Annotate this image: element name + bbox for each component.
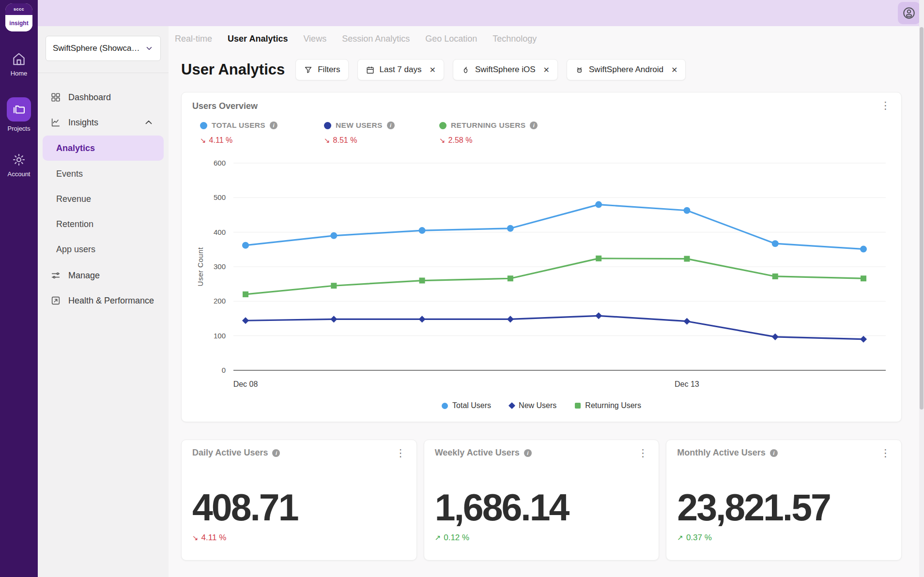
rail-item-projects[interactable]: Projects [7,97,31,132]
kebab-menu-icon[interactable]: ⋮ [878,446,893,460]
kpi-delta-value: 0.12 % [444,533,469,543]
filter-chip-ios-app[interactable]: SwiftSphere iOS ✕ [453,59,558,80]
rail-item-label: Account [8,170,31,178]
info-icon[interactable]: i [770,449,778,457]
overview-stats: TOTAL USERS i ↘ 4.11 % NEW USERS i ↘ 8.5… [192,121,891,145]
remove-filter-icon[interactable]: ✕ [429,65,435,75]
info-icon[interactable]: i [387,121,395,129]
tab-geo-location[interactable]: Geo Location [425,34,477,44]
svg-text:User Count: User Count [196,247,204,286]
topbar [38,0,924,26]
kpi-card-daily-active-users: Daily Active Users i ⋮ 408.71 ↘ 4.11 % [181,440,417,561]
sidebar-divider [38,73,169,73]
calendar-icon [366,65,375,75]
svg-text:400: 400 [214,228,226,236]
gear-icon [12,152,26,167]
circle-marker-icon [442,403,448,409]
sidebar-item-manage[interactable]: Manage [38,263,169,288]
sidebar-item-label: Retention [56,219,93,229]
rail-item-account[interactable]: Account [8,152,31,178]
scrollbar-thumb[interactable] [920,27,924,410]
total-users-dot-icon [200,122,207,129]
chevron-up-icon [143,117,154,128]
kpi-delta: ↗ 0.37 % [677,533,891,543]
android-icon [575,65,584,75]
sidebar-item-label: Analytics [56,143,95,153]
project-selector[interactable]: SwiftSphere (Showca… [46,36,161,61]
kebab-menu-icon[interactable]: ⋮ [635,446,651,460]
kpi-value: 1,686.14 [435,486,648,529]
tab-user-analytics[interactable]: User Analytics [228,34,288,44]
tab-views[interactable]: Views [303,34,326,44]
sidebar-item-dashboard[interactable]: Dashboard [38,85,169,110]
chart-legend: Total UsersNew UsersReturning Users [192,401,891,410]
stat-delta: ↘ 2.58 % [439,136,563,145]
info-icon[interactable]: i [272,449,280,457]
stat-delta: ↘ 4.11 % [200,136,324,145]
sidebar-item-insights[interactable]: Insights [38,110,169,135]
info-icon[interactable]: i [524,449,532,457]
rail-item-home[interactable]: Home [11,52,28,77]
info-icon[interactable]: i [530,121,538,129]
main-content: Real-time User Analytics Views Session A… [169,26,919,577]
app-logo[interactable]: sccc insight [5,3,32,31]
user-avatar-icon [902,6,916,20]
tab-technology[interactable]: Technology [493,34,537,44]
legend-label: Returning Users [585,401,641,410]
sidebar-item-health-performance[interactable]: Health & Performance [38,288,169,313]
stat-delta-value: 8.51 % [333,136,357,145]
stat-label: NEW USERS [336,121,383,130]
kpi-title: Monthly Active Users [677,448,765,458]
kpi-value: 23,821.57 [677,486,891,529]
remove-filter-icon[interactable]: ✕ [671,65,678,75]
trend-down-icon: ↘ [200,136,206,145]
kebab-menu-icon[interactable]: ⋮ [878,98,893,112]
trend-up-icon: ↗ [435,533,441,542]
new-users-dot-icon [324,122,331,129]
rail-item-label: Home [11,70,28,77]
square-marker-icon [575,403,581,409]
legend-item[interactable]: Returning Users [575,401,641,410]
sidebar-item-analytics[interactable]: Analytics [43,136,164,161]
stat-new-users: NEW USERS i ↘ 8.51 % [324,121,439,145]
card-title: Users Overview [192,101,891,111]
legend-item[interactable]: Total Users [442,401,491,410]
svg-text:300: 300 [214,262,226,271]
sidebar-item-label: Revenue [56,194,91,204]
trend-down-icon: ↘ [324,136,330,145]
kebab-menu-icon[interactable]: ⋮ [393,446,409,460]
svg-text:600: 600 [214,159,226,167]
trend-down-icon: ↘ [192,533,199,542]
sidebar-item-events[interactable]: Events [38,161,169,186]
kpi-row: Daily Active Users i ⋮ 408.71 ↘ 4.11 % W… [181,440,902,561]
info-icon[interactable]: i [270,121,277,129]
filters-button[interactable]: Filters [295,59,348,80]
sidebar-item-label: Insights [68,118,98,128]
sidebar-item-revenue[interactable]: Revenue [38,186,169,212]
tab-real-time[interactable]: Real-time [175,34,212,44]
kpi-card-monthly-active-users: Monthly Active Users i ⋮ 23,821.57 ↗ 0.3… [666,440,902,561]
logo-brand-name: insight [5,15,32,31]
stat-total-users: TOTAL USERS i ↘ 4.11 % [200,121,324,145]
kpi-delta-value: 0.37 % [686,533,712,543]
legend-item[interactable]: New Users [509,401,556,410]
trend-up-icon: ↗ [677,533,683,542]
stat-label: TOTAL USERS [212,121,265,130]
sidebar-item-app-users[interactable]: App users [38,237,169,262]
sidebar-item-label: Dashboard [68,92,111,103]
dashboard-grid-icon [50,92,61,103]
filter-chip-android-app[interactable]: SwiftSphere Android ✕ [567,59,686,80]
sidebar-item-retention[interactable]: Retention [38,212,169,237]
stat-returning-users: RETURNING USERS i ↘ 2.58 % [439,121,563,145]
health-performance-icon [50,295,61,306]
filter-chip-date-range[interactable]: Last 7 days ✕ [357,59,444,80]
app-rail: sccc insight Home Projects Account [0,0,38,577]
kpi-delta: ↗ 0.12 % [435,533,648,543]
sidebar-item-label: App users [56,244,95,255]
analytics-tabs: Real-time User Analytics Views Session A… [169,26,919,51]
tab-session-analytics[interactable]: Session Analytics [342,34,410,44]
logo-brand-small: sccc [5,3,32,15]
account-menu-button[interactable] [898,2,920,24]
remove-filter-icon[interactable]: ✕ [543,65,550,75]
kpi-title: Daily Active Users [192,448,268,458]
